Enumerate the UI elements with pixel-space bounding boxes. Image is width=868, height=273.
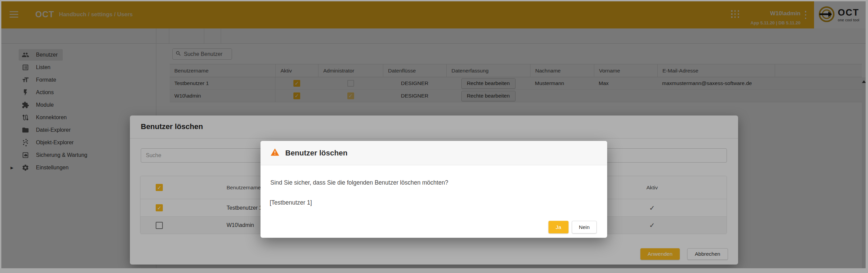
window-frame-right [866, 0, 868, 273]
yes-button[interactable]: Ja [548, 221, 568, 233]
window-frame-left [0, 0, 1, 273]
confirm-dialog-header: Benutzer löschen [261, 141, 607, 165]
window-frame-bottom [0, 268, 868, 273]
confirm-dialog-title: Benutzer löschen [285, 149, 347, 158]
no-button[interactable]: Nein [572, 221, 597, 233]
warning-icon [270, 148, 279, 158]
confirm-subject: [Testbenutzer 1] [270, 199, 312, 206]
confirm-delete-dialog: Benutzer löschen Sind Sie sicher, dass S… [261, 141, 607, 238]
confirm-message: Sind Sie sicher, dass Sie die folgenden … [270, 179, 448, 186]
window-frame-top [0, 0, 868, 1]
